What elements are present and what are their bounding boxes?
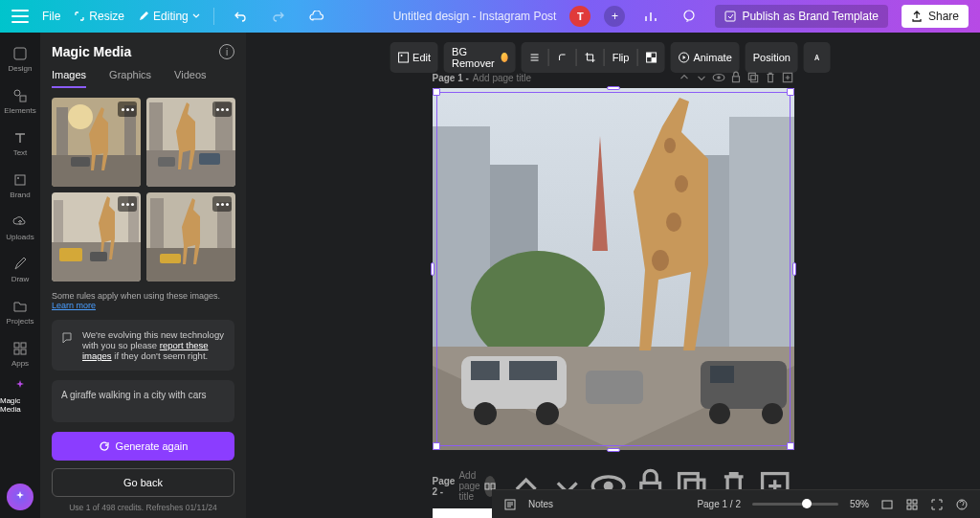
svg-point-15 <box>68 104 93 129</box>
svg-rect-31 <box>150 198 164 248</box>
page-indicator[interactable]: Page 1 / 2 <box>697 499 741 509</box>
add-collaborator-button[interactable]: + <box>604 6 625 27</box>
grid-view-icon[interactable] <box>905 498 919 511</box>
resize-handle[interactable] <box>607 86 620 90</box>
align-icon[interactable] <box>529 52 541 63</box>
svg-rect-68 <box>491 484 495 489</box>
page-up-icon[interactable] <box>678 71 691 84</box>
result-thumb[interactable] <box>146 192 235 282</box>
svg-rect-8 <box>21 343 26 348</box>
animate-button[interactable]: Animate <box>678 52 731 63</box>
publish-button[interactable]: Publish as Brand Template <box>715 5 888 28</box>
rail-uploads[interactable]: Uploads <box>0 207 40 247</box>
magic-media-panel: Magic Media i Images Graphics Videos <box>40 33 246 518</box>
svg-rect-34 <box>398 53 408 62</box>
thumb-more-icon[interactable] <box>118 196 137 212</box>
svg-rect-37 <box>646 53 651 57</box>
help-icon[interactable] <box>955 498 969 511</box>
svg-rect-77 <box>907 500 911 504</box>
analytics-icon[interactable] <box>638 4 663 29</box>
generate-again-button[interactable]: Generate again <box>52 432 234 461</box>
bg-remover-button[interactable]: BG Remover <box>452 46 508 69</box>
edit-image-button[interactable]: Edit <box>397 52 431 63</box>
notes-button[interactable]: Notes <box>528 499 553 509</box>
svg-rect-2 <box>14 48 26 59</box>
thumb-more-icon[interactable] <box>212 101 232 117</box>
result-thumb[interactable] <box>146 98 235 187</box>
thumb-more-icon[interactable] <box>212 196 232 212</box>
rail-projects[interactable]: Projects <box>0 291 40 331</box>
rail-magic-media[interactable]: Magic Media <box>0 375 40 416</box>
svg-rect-25 <box>54 200 63 242</box>
tab-images[interactable]: Images <box>52 69 86 88</box>
result-thumb[interactable] <box>52 98 141 187</box>
resize-handle[interactable] <box>431 262 434 276</box>
rail-draw[interactable]: Draw <box>0 249 40 289</box>
page-lock-icon[interactable] <box>729 71 743 84</box>
corner-icon[interactable] <box>557 52 568 63</box>
resize-handle[interactable] <box>787 88 794 96</box>
rail-brand[interactable]: Brand <box>0 165 40 205</box>
tab-videos[interactable]: Videos <box>174 69 206 88</box>
panel-title: Magic Media <box>52 44 131 59</box>
svg-point-3 <box>14 90 20 96</box>
text-style-icon[interactable] <box>812 52 823 63</box>
svg-rect-33 <box>160 254 181 263</box>
zoom-slider[interactable] <box>752 503 838 506</box>
flip-button[interactable]: Flip <box>612 52 630 63</box>
page2-title-input[interactable]: Add page title <box>458 470 479 502</box>
position-button[interactable]: Position <box>753 52 791 63</box>
comment-icon[interactable] <box>677 4 702 29</box>
result-thumb[interactable] <box>52 192 141 282</box>
resize-menu[interactable]: Resize <box>74 10 124 23</box>
thumb-more-icon[interactable] <box>118 101 137 117</box>
zoom-knob[interactable] <box>802 499 812 508</box>
svg-rect-38 <box>651 57 656 62</box>
page-add-icon[interactable] <box>781 71 794 84</box>
cloud-sync-icon[interactable] <box>304 4 329 29</box>
file-menu[interactable]: File <box>42 10 60 23</box>
resize-handle[interactable] <box>792 262 796 276</box>
page1-title-input[interactable]: Add page title <box>473 73 531 83</box>
crop-icon[interactable] <box>585 52 596 63</box>
info-icon[interactable]: i <box>219 44 234 59</box>
resize-handle[interactable] <box>433 88 440 96</box>
rail-text[interactable]: Text <box>0 123 40 163</box>
view-mode-icon[interactable] <box>880 498 894 511</box>
tab-graphics[interactable]: Graphics <box>109 69 151 88</box>
transparency-icon[interactable] <box>645 52 657 63</box>
undo-button[interactable] <box>228 4 253 29</box>
prompt-input[interactable]: A giraffe walking in a city with cars <box>52 380 234 422</box>
magic-sparkle-button[interactable] <box>7 484 33 510</box>
editing-menu[interactable]: Editing <box>138 10 200 23</box>
zoom-value[interactable]: 59% <box>850 499 869 509</box>
bottom-bar: Notes Page 1 / 2 59% <box>492 489 980 518</box>
rail-elements[interactable]: Elements <box>0 80 40 121</box>
menu-icon[interactable] <box>11 10 29 23</box>
canvas-area: Edit BG Remover Flip Animate Position <box>246 33 980 518</box>
svg-rect-30 <box>146 248 235 282</box>
rail-design[interactable]: Design <box>0 38 40 79</box>
resize-handle[interactable] <box>433 442 440 450</box>
fullscreen-icon[interactable] <box>930 498 944 511</box>
learn-more-link[interactable]: Learn more <box>52 301 96 310</box>
rules-text: Some rules apply when using these images… <box>52 291 234 310</box>
page-down-icon[interactable] <box>695 71 708 84</box>
page-duplicate-icon[interactable] <box>746 71 760 84</box>
credits-text: Use 1 of 498 credits. Refreshes 01/11/24 <box>52 503 234 512</box>
page1-canvas[interactable] <box>433 88 794 450</box>
page-delete-icon[interactable] <box>764 71 777 84</box>
page-visibility-icon[interactable] <box>712 71 725 84</box>
redo-button[interactable] <box>266 4 291 29</box>
resize-handle[interactable] <box>787 442 794 450</box>
results-grid <box>52 98 234 282</box>
share-button[interactable]: Share <box>902 5 969 28</box>
go-back-button[interactable]: Go back <box>52 468 234 497</box>
rail-apps[interactable]: Apps <box>0 333 40 373</box>
resize-handle[interactable] <box>607 448 620 452</box>
document-title[interactable]: Untitled design - Instagram Post <box>393 10 557 23</box>
svg-rect-80 <box>913 506 917 509</box>
user-avatar[interactable]: T <box>569 6 590 27</box>
page1-label: Page 1 - <box>433 73 469 83</box>
notes-icon[interactable] <box>503 498 517 511</box>
